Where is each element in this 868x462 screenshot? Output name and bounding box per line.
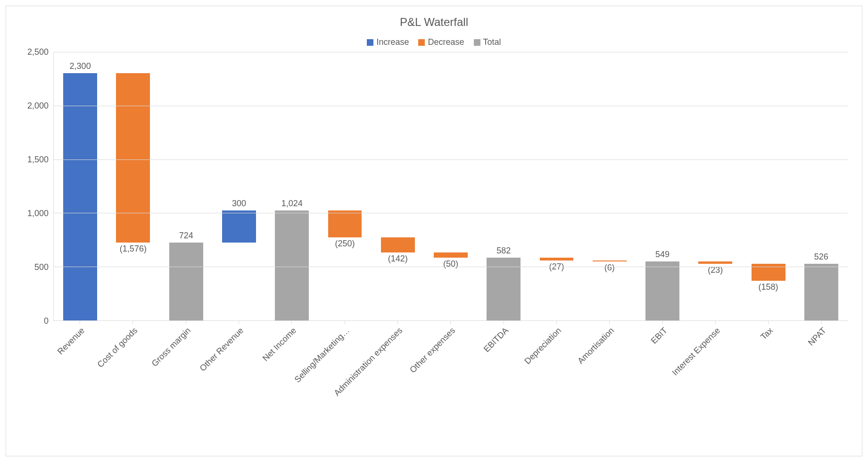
x-tick (768, 321, 769, 324)
x-tick (715, 321, 716, 324)
y-tick-label: 2,000 (27, 101, 49, 111)
bar-slot: 582 (477, 52, 530, 320)
x-slot: EBITDA (477, 321, 530, 444)
y-tick-label: 0 (44, 316, 49, 326)
x-slot: EBIT (636, 321, 689, 444)
bar-slot: (6) (583, 52, 636, 320)
y-tick-label: 1,500 (27, 155, 49, 165)
x-slot: Gross margin (159, 321, 212, 444)
x-slot: Amortisation (583, 321, 636, 444)
bar-data-label: 549 (655, 250, 670, 260)
bar-total (169, 243, 203, 320)
bars-container: 2,300(1,576)7243001,024(250)(142)(50)582… (54, 52, 848, 320)
x-slot: Revenue (53, 321, 106, 444)
x-tick (504, 321, 504, 324)
legend-swatch-decrease (418, 39, 425, 46)
legend-swatch-total (474, 39, 480, 46)
x-category-label: Revenue (56, 326, 87, 357)
x-tick (132, 321, 133, 324)
bar-data-label: (250) (335, 239, 355, 249)
bar-increase (222, 210, 256, 243)
bar-slot: (142) (372, 52, 424, 320)
bar-decrease (381, 237, 415, 252)
chart-legend: Increase Decrease Total (20, 37, 848, 47)
x-tick (397, 321, 398, 324)
x-tick (291, 321, 292, 324)
x-tick (80, 321, 80, 324)
bar-slot: (158) (742, 52, 794, 320)
bar-data-label: 724 (179, 231, 193, 241)
legend-item-increase: Increase (367, 37, 409, 47)
x-tick (662, 321, 663, 324)
gridline (54, 160, 848, 160)
bar-slot: 300 (213, 52, 265, 320)
y-tick-label: 1,000 (27, 209, 49, 218)
bar-data-label: 526 (814, 252, 828, 262)
x-category-label: NPAT (806, 326, 828, 348)
bar-slot: 2,300 (54, 52, 107, 320)
bar-data-label: (6) (604, 263, 615, 273)
bar-slot: (23) (689, 52, 742, 320)
legend-item-total: Total (474, 37, 501, 47)
legend-item-decrease: Decrease (418, 37, 464, 47)
legend-label-decrease: Decrease (428, 37, 464, 47)
bar-slot: (50) (424, 52, 477, 320)
x-tick (609, 321, 610, 324)
bar-decrease (116, 73, 150, 243)
chart-title: P&L Waterfall (20, 16, 848, 29)
bar-decrease (434, 252, 468, 258)
x-category-label: Net Income (261, 326, 298, 363)
x-slot: Depreciation (530, 321, 583, 444)
waterfall-chart: P&L Waterfall Increase Decrease Total 05… (6, 6, 862, 456)
x-category-label: EBIT (649, 326, 669, 346)
bar-data-label: 1,024 (281, 199, 303, 209)
bar-decrease (328, 210, 362, 237)
bar-total (487, 258, 521, 320)
x-slot: Other expenses (424, 321, 477, 444)
bar-increase (63, 73, 97, 320)
x-tick (450, 321, 451, 324)
x-slot: Net Income (265, 321, 318, 444)
bar-slot: (1,576) (107, 52, 159, 320)
x-tick (239, 321, 239, 324)
x-slot: NPAT (795, 321, 848, 444)
y-tick-label: 500 (34, 262, 49, 272)
legend-swatch-increase (367, 39, 373, 46)
x-tick (556, 321, 557, 324)
bar-total (645, 261, 679, 320)
plot: 2,300(1,576)7243001,024(250)(142)(50)582… (53, 52, 848, 321)
gridline (54, 106, 848, 106)
bar-decrease (698, 261, 732, 264)
bar-decrease (593, 260, 627, 261)
bar-slot: 526 (795, 52, 848, 320)
gridline (54, 213, 848, 213)
bar-data-label: (50) (443, 259, 458, 269)
bar-data-label: (158) (759, 282, 778, 292)
bar-slot: 549 (636, 52, 689, 320)
bar-decrease (540, 258, 574, 260)
x-category-label: EBITDA (482, 326, 511, 354)
x-tick (186, 321, 186, 324)
bar-total (275, 210, 309, 320)
bar-data-label: 582 (496, 246, 511, 256)
bar-data-label: (142) (388, 254, 408, 264)
bar-slot: 1,024 (265, 52, 318, 320)
x-axis: RevenueCost of goodsGross marginOther Re… (53, 321, 848, 444)
x-slot: Interest Expense (689, 321, 742, 444)
y-axis: 05001,0001,5002,0002,500 (20, 52, 53, 321)
plot-area: 05001,0001,5002,0002,500 2,300(1,576)724… (20, 52, 848, 321)
x-slot: Cost of goods (106, 321, 159, 444)
bar-total (804, 264, 838, 320)
x-category-label: Tax (759, 326, 776, 342)
x-tick (821, 321, 822, 324)
bar-data-label: 2,300 (70, 61, 91, 71)
y-tick-label: 2,500 (27, 47, 49, 57)
legend-label-increase: Increase (376, 37, 409, 47)
gridline (54, 267, 848, 267)
legend-label-total: Total (483, 37, 501, 47)
bar-slot: (250) (318, 52, 371, 320)
bar-slot: 724 (160, 52, 213, 320)
x-slot: Administration expenses (371, 321, 424, 444)
x-slot: Tax (742, 321, 794, 444)
bar-slot: (27) (530, 52, 583, 320)
